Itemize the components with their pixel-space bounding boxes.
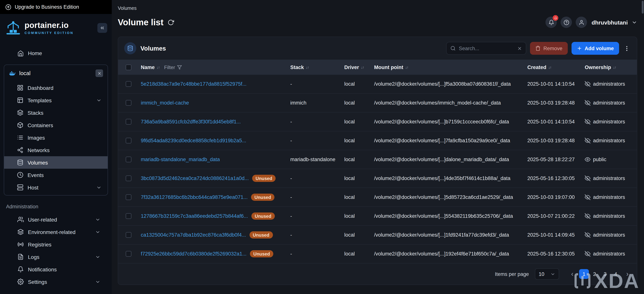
sort-icon[interactable]: ↓↑	[361, 65, 364, 69]
volume-name-link[interactable]: 736a5a9ba8591cfcb2dffe3f30f1dd45eb8f1...	[141, 119, 241, 124]
next-page-button[interactable]: ›	[624, 270, 631, 278]
sidebar-item-home[interactable]: Home	[0, 46, 112, 60]
environment-close-button[interactable]	[96, 70, 103, 77]
sort-icon[interactable]: ↓↑	[613, 65, 616, 69]
sidebar-item-networks[interactable]: Networks	[4, 144, 108, 156]
page-button-1[interactable]: 1	[579, 269, 589, 279]
eye-off-icon	[585, 100, 590, 106]
user-avatar[interactable]	[576, 16, 587, 28]
column-header-driver[interactable]: Driver ↓↑	[344, 64, 374, 70]
sidebar-item-logs[interactable]: Logs	[0, 250, 112, 263]
volume-name-link[interactable]: 7f32a36127685bc6b2bbc644ca9875e9ea071...	[141, 194, 248, 200]
prev-page-button[interactable]: ‹	[569, 270, 576, 278]
environment-header[interactable]: local	[4, 65, 108, 82]
volume-name-link[interactable]: immich_model-cache	[141, 100, 189, 106]
sort-icon[interactable]: ↓↑	[157, 65, 160, 69]
filter-icon[interactable]	[177, 65, 182, 70]
chevron-down-icon[interactable]	[95, 217, 100, 222]
sidebar-item-volumes[interactable]: Volumes	[4, 156, 108, 169]
notifications-button[interactable]	[546, 16, 557, 28]
volume-name-link[interactable]: 1278667b32159c7c3aa86eedebd257b844af6...	[141, 213, 248, 219]
upgrade-banner[interactable]: Upgrade to Business Edition	[0, 0, 112, 14]
eye-off-icon	[585, 232, 590, 238]
app-window: Upgrade to Business Edition	[0, 0, 644, 294]
search-input[interactable]	[459, 46, 514, 51]
sort-icon[interactable]: ↓↑	[405, 65, 408, 69]
sidebar-item-settings[interactable]: Settings	[0, 276, 112, 288]
ownership-cell: administrators	[585, 213, 637, 219]
row-checkbox[interactable]	[126, 232, 131, 238]
host-icon	[17, 184, 24, 190]
user-menu-chevron-icon[interactable]	[632, 20, 637, 25]
select-all-checkbox[interactable]	[126, 64, 131, 70]
sidebar-item-stacks[interactable]: Stacks	[4, 106, 108, 119]
sidebar-collapse-button[interactable]	[98, 23, 107, 33]
volume-name-link[interactable]: mariadb-standalone_mariadb_data	[141, 156, 220, 162]
page-button-2[interactable]: 2	[590, 269, 600, 279]
chevron-down-icon[interactable]	[96, 98, 102, 103]
volume-name-link[interactable]: 5e218d38ac7a9e7c48bbe177da8815f52975f...	[141, 81, 246, 87]
column-header-stack[interactable]: Stack ↓↑	[290, 64, 344, 70]
chevron-down-icon[interactable]	[95, 229, 100, 234]
more-options-icon[interactable]	[623, 45, 631, 52]
mount-point-cell: /volume2/@docker/volumes/[...]192ef4f6e7…	[374, 251, 527, 257]
stack-cell: -	[290, 232, 344, 238]
search-box[interactable]	[446, 42, 526, 55]
column-header-ownership[interactable]: Ownership ↓↑	[585, 64, 637, 70]
volume-name-link[interactable]: 3bc0873d5d2462cea0ca724dc0886241a1a0d...	[141, 176, 249, 181]
items-per-page-value: 10	[539, 271, 544, 277]
volume-name-link[interactable]: f72925e26bbc59dd7c6b0380de2f5269032a1...	[141, 251, 246, 257]
sidebar-item-images[interactable]: Images	[4, 131, 108, 144]
volume-name-link[interactable]: ca1325004c757a7dba1b92ec876ca3f6db0f4...	[141, 232, 246, 238]
created-cell: 2025-10-03 19:28:48	[527, 138, 585, 144]
row-checkbox[interactable]	[126, 213, 131, 219]
filter-label[interactable]: Filter	[164, 64, 175, 70]
chevron-down-icon[interactable]	[96, 185, 102, 190]
help-button[interactable]	[560, 16, 572, 28]
sort-icon[interactable]: ↓↑	[548, 65, 551, 69]
row-checkbox[interactable]	[126, 119, 131, 124]
row-checkbox[interactable]	[126, 100, 131, 106]
row-checkbox[interactable]	[126, 156, 131, 162]
items-per-page-select[interactable]: 10	[535, 268, 559, 280]
sidebar-item-events[interactable]: Events	[4, 169, 108, 181]
column-header-created[interactable]: Created ↓↑	[527, 64, 585, 70]
stack-cell: -	[290, 138, 344, 144]
chevron-down-icon[interactable]	[95, 279, 100, 284]
column-header-mount-point[interactable]: Mount point ↓↑	[374, 64, 527, 70]
search-clear-icon[interactable]	[517, 46, 522, 51]
row-checkbox[interactable]	[126, 81, 131, 87]
page-button-4[interactable]: 4	[611, 269, 620, 279]
table-row: 3bc0873d5d2462cea0ca724dc0886241a1a0d...…	[118, 169, 637, 188]
sidebar-item-label: Logs	[28, 254, 40, 260]
remove-button[interactable]: Remove	[530, 42, 568, 55]
row-checkbox[interactable]	[126, 138, 131, 144]
row-checkbox[interactable]	[126, 251, 131, 257]
registries-icon	[17, 241, 24, 248]
sort-icon[interactable]: ↓↑	[306, 65, 309, 69]
refresh-icon[interactable]	[168, 19, 174, 26]
sidebar-item-label: Templates	[28, 97, 52, 103]
add-volume-button[interactable]: Add volume	[571, 42, 619, 55]
sidebar-item-label: Environment-related	[28, 229, 76, 235]
page-button-3[interactable]: 3	[600, 269, 610, 279]
sidebar-item-templates[interactable]: Templates	[4, 94, 108, 106]
row-checkbox[interactable]	[126, 176, 131, 181]
sidebar-item-user-related[interactable]: User-related	[0, 213, 112, 226]
sidebar-item-host[interactable]: Host	[4, 181, 108, 194]
sidebar-item-containers[interactable]: Containers	[4, 119, 108, 131]
sidebar: Upgrade to Business Edition	[0, 0, 112, 294]
scrollbar[interactable]	[642, 1, 644, 14]
sidebar-item-dashboard[interactable]: Dashboard	[4, 82, 108, 94]
sidebar-item-notifications[interactable]: Notifications	[0, 263, 112, 276]
ownership-label: administrators	[593, 81, 625, 87]
volume-name-link[interactable]: 9f6d54ada8239cd0edce8858cfeb1d919b2a5...	[141, 138, 246, 144]
chevron-down-icon[interactable]	[95, 254, 100, 260]
username[interactable]: dhruvbhutani	[592, 19, 628, 26]
sidebar-item-registries[interactable]: Registries	[0, 238, 112, 250]
breadcrumb[interactable]: Volumes	[118, 0, 637, 11]
column-header-name[interactable]: Name ↓↑ Filter	[141, 64, 290, 70]
settings-icon	[17, 278, 24, 285]
sidebar-item-environment-related[interactable]: Environment-related	[0, 226, 112, 238]
row-checkbox[interactable]	[126, 194, 131, 200]
